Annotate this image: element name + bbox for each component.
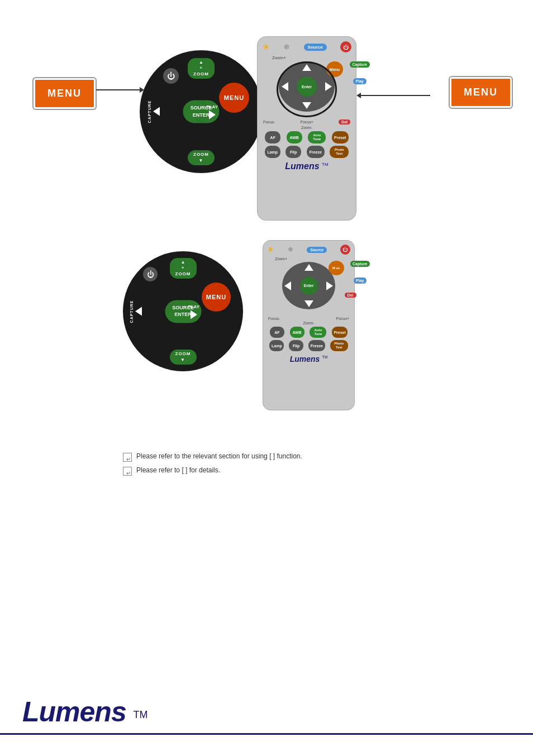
note-icon-1 bbox=[123, 453, 132, 462]
nav-down-bottom[interactable] bbox=[304, 300, 313, 307]
menu-arrow-line bbox=[96, 89, 141, 90]
menu-btn-remote-bottom[interactable]: M ue bbox=[329, 261, 344, 275]
play-btn-remote-bottom[interactable]: Play bbox=[354, 277, 366, 284]
top-section: MENU ⏻ ▲ + ZOOM MENU SOURCE ENTER bbox=[0, 34, 533, 223]
play-button-top[interactable]: PLAY bbox=[206, 104, 218, 119]
flip-btn-top[interactable]: Flip bbox=[285, 146, 301, 158]
menu-button-pad-bottom[interactable]: MENU bbox=[202, 283, 231, 312]
notes-section: Please refer to the relevant section for… bbox=[123, 452, 413, 480]
control-pad-top: ⏻ ▲ + ZOOM MENU SOURCE ENTER CAPTURE bbox=[140, 50, 263, 173]
snowflake-icon: ❄ bbox=[283, 42, 290, 51]
menu-box-left: MENU bbox=[34, 78, 96, 109]
enter-btn-top[interactable]: Enter bbox=[297, 76, 317, 97]
remote-lumens-logo-bottom: Lumens TM bbox=[266, 354, 351, 364]
menu-line-right bbox=[358, 95, 430, 96]
menu-box-right: MENU bbox=[450, 77, 512, 108]
capture-btn-remote-top[interactable]: Capture bbox=[350, 61, 370, 68]
power-button-bottom[interactable]: ⏻ bbox=[143, 267, 158, 281]
power-button-top[interactable]: ⏻ bbox=[163, 68, 179, 84]
focus-plus-label: Focus+ bbox=[301, 120, 313, 124]
bottom-section: ⏻ ▲ + ZOOM MENU SOURCE ENTER CAPTURE bbox=[0, 240, 533, 441]
awb-btn-bottom[interactable]: AWB bbox=[290, 327, 304, 338]
preset-btn-bottom[interactable]: Preset bbox=[332, 327, 348, 338]
photo-text-btn-top[interactable]: PhotoText bbox=[330, 146, 349, 158]
flip-btn-bottom[interactable]: Flip bbox=[289, 340, 303, 351]
footer-line bbox=[0, 733, 533, 735]
capture-btn-remote-bottom[interactable]: Capture bbox=[350, 261, 369, 267]
awb-btn-top[interactable]: AWB bbox=[287, 131, 302, 143]
freeze-btn-bottom[interactable]: Freeze bbox=[308, 340, 325, 351]
enter-btn-bottom[interactable]: Enter bbox=[300, 277, 318, 295]
af-btn-top[interactable]: AF bbox=[265, 131, 280, 143]
remote-control-top: ☀ ❄ Source ⏻ Zoom+ bbox=[257, 36, 356, 221]
autotune-btn-bottom[interactable]: AutoTune bbox=[310, 327, 326, 338]
play-button-bottom[interactable]: PLAY bbox=[188, 304, 199, 319]
play-btn-remote-top[interactable]: Play bbox=[353, 78, 367, 84]
note-item-1: Please refer to the relevant section for… bbox=[123, 452, 413, 462]
nav-right-top[interactable] bbox=[325, 82, 332, 91]
focus-minus-label-bottom: Focus- bbox=[268, 317, 280, 320]
nav-left-top[interactable] bbox=[282, 82, 288, 91]
nav-down-top[interactable] bbox=[302, 102, 311, 109]
zoom-minus-label-top: Zoom- bbox=[261, 126, 353, 130]
source-btn-bottom[interactable]: Source bbox=[307, 247, 327, 253]
preset-btn-top[interactable]: Preset bbox=[332, 131, 349, 143]
sun-icon-bottom: ☀ bbox=[267, 245, 274, 254]
lamp-btn-top[interactable]: Lamp bbox=[265, 146, 280, 158]
power-btn-remote-top[interactable]: ⏻ bbox=[340, 41, 351, 52]
freeze-btn-top[interactable]: Freeze bbox=[307, 146, 325, 158]
capture-button-bottom[interactable]: CAPTURE bbox=[130, 300, 142, 323]
menu-btn-remote-top[interactable]: Menu bbox=[326, 61, 343, 77]
af-btn-bottom[interactable]: AF bbox=[270, 327, 284, 338]
nav-up-top[interactable] bbox=[302, 64, 311, 71]
photo-text-btn-bottom[interactable]: PhotoText bbox=[330, 340, 348, 351]
zoom-minus-top[interactable]: ZOOM ▼ bbox=[188, 150, 215, 165]
nav-right-bottom[interactable] bbox=[326, 281, 333, 290]
menu-arrow-head bbox=[140, 87, 144, 93]
zoom-plus-bottom[interactable]: ▲ + ZOOM bbox=[170, 258, 197, 279]
sun-icon: ☀ bbox=[262, 42, 270, 52]
zoom-plus-label-top: Zoom+ bbox=[261, 55, 353, 60]
source-btn-top[interactable]: Source bbox=[304, 44, 327, 51]
note-icon-2 bbox=[123, 467, 132, 476]
zoom-plus-top[interactable]: ▲ + ZOOM bbox=[188, 58, 215, 79]
nav-circle-bottom: Enter bbox=[282, 262, 335, 309]
snowflake-icon-bottom: ❄ bbox=[288, 246, 293, 253]
zoom-minus-label-bottom: Zoom- bbox=[266, 321, 351, 325]
focus-plus-label-bottom: Focus+ bbox=[336, 317, 349, 320]
nav-up-bottom[interactable] bbox=[304, 264, 313, 271]
note-item-2: Please refer to [ ] for details. bbox=[123, 466, 413, 476]
menu-button-pad-top[interactable]: MENU bbox=[219, 83, 249, 113]
lamp-btn-bottom[interactable]: Lamp bbox=[269, 340, 284, 351]
control-pad-bottom: ⏻ ▲ + ZOOM MENU SOURCE ENTER CAPTURE bbox=[123, 251, 243, 371]
remote-control-bottom: ☀ ❄ Source ⏻ Zoom+ bbox=[263, 240, 355, 410]
nav-left-bottom[interactable] bbox=[284, 281, 291, 290]
remote-lumens-logo-top: Lumens TM bbox=[261, 161, 353, 171]
autotune-btn-top[interactable]: AutoTune bbox=[308, 131, 326, 143]
footer-logo: Lumens TM bbox=[22, 696, 148, 728]
focus-minus-label: Focus- bbox=[263, 120, 275, 124]
power-btn-remote-bottom[interactable]: ⏻ bbox=[340, 245, 350, 255]
zoom-plus-label-bottom: Zoom+ bbox=[266, 257, 351, 261]
menu-arrow-right bbox=[356, 93, 361, 98]
capture-button-top[interactable]: CAPTURE bbox=[147, 101, 160, 123]
zoom-minus-bottom[interactable]: ZOOM ▼ bbox=[170, 350, 197, 365]
del-btn-bottom[interactable]: Del bbox=[345, 293, 356, 298]
del-btn-top[interactable]: Del bbox=[339, 119, 350, 125]
